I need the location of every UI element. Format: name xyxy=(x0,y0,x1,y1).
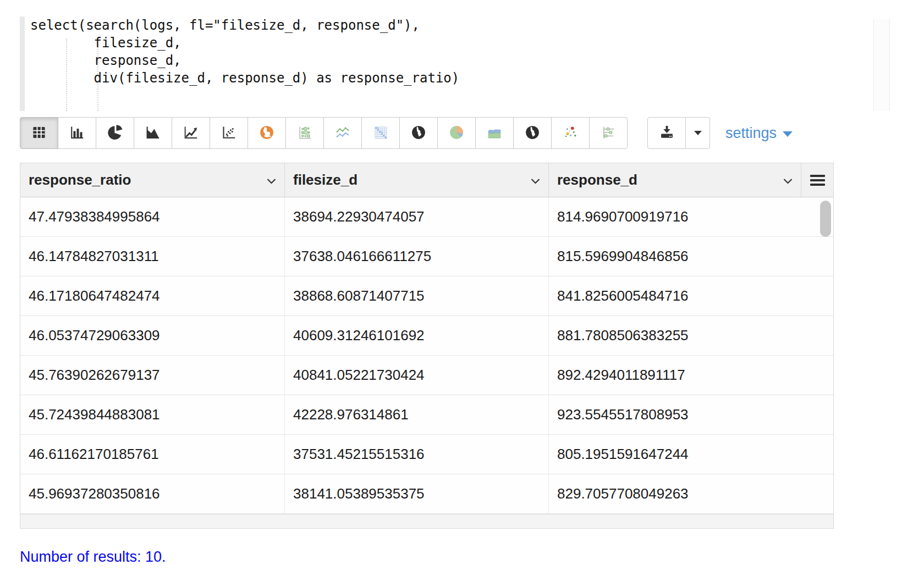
table-cell: 829.7057708049263 xyxy=(549,474,833,513)
colored-scatter-icon xyxy=(562,124,579,142)
table-cell: 46.17180647482474 xyxy=(20,276,285,315)
table-row: 45.7639026267913740841.05221730424892.42… xyxy=(20,356,833,395)
globe-icon xyxy=(410,124,427,142)
viz-bar-chart-button[interactable] xyxy=(58,117,96,149)
code-line: div(filesize_d, response_d) as response_… xyxy=(30,69,459,87)
column-header-response-d[interactable]: response_d xyxy=(549,163,801,197)
settings-label: settings xyxy=(725,125,777,142)
viz-button-group xyxy=(20,117,628,149)
results-count: Number of results: 10. xyxy=(20,549,166,566)
table-cell: 40609.31246101692 xyxy=(285,316,549,355)
globe-2-icon xyxy=(524,124,541,142)
column-header-response-ratio[interactable]: response_ratio xyxy=(20,163,285,197)
table-cell: 923.5545517808953 xyxy=(549,395,833,434)
line-chart-icon xyxy=(183,124,199,142)
scatter-chart-icon xyxy=(221,124,237,142)
chevron-down-icon[interactable] xyxy=(783,171,793,189)
table-row: 46.1718064748247438868.60871407715841.82… xyxy=(20,276,833,316)
table-cell: 805.1951591647244 xyxy=(549,435,833,474)
viz-area-chart-button[interactable] xyxy=(134,117,172,149)
code-editor[interactable]: select(search(logs, fl="filesize_d, resp… xyxy=(20,16,890,111)
viz-parallel-coordinates-button[interactable] xyxy=(589,117,628,149)
table-cell: 881.7808506383255 xyxy=(549,316,833,355)
table-cell: 46.05374729063309 xyxy=(20,316,285,355)
results-table: response_ratio filesize_d response_d 47.… xyxy=(20,163,834,529)
table-icon xyxy=(31,124,47,142)
editor-scrollbar[interactable] xyxy=(873,19,890,111)
table-cell: 45.76390262679137 xyxy=(20,356,285,395)
table-horizontal-scroll-track[interactable] xyxy=(20,514,833,528)
bubble-chart-icon xyxy=(296,124,313,142)
parallel-coordinates-icon xyxy=(600,124,617,142)
table-row: 45.9693728035081638141.05389535375829.70… xyxy=(20,474,833,514)
viz-bubble-chart-button[interactable] xyxy=(285,117,324,149)
column-header-label: response_ratio xyxy=(29,171,131,189)
table-cell: 46.61162170185761 xyxy=(20,435,285,474)
stacked-area-chart-icon xyxy=(486,124,503,142)
viz-colored-scatter-button[interactable] xyxy=(551,117,590,149)
orange-globe-map-icon xyxy=(258,124,275,142)
chevron-down-icon[interactable] xyxy=(266,171,277,189)
hamburger-menu-icon xyxy=(810,175,825,186)
viz-line-chart-button[interactable] xyxy=(172,117,210,149)
caret-down-icon xyxy=(783,131,793,137)
table-cell: 815.5969904846856 xyxy=(549,237,833,276)
table-cell: 38694.22930474057 xyxy=(285,197,549,236)
table-cell: 45.96937280350816 xyxy=(20,474,285,513)
area-chart-icon xyxy=(145,124,161,142)
table-row: 45.7243984488308142228.976314861923.5545… xyxy=(20,395,833,435)
table-cell: 38868.60871407715 xyxy=(285,276,549,315)
table-header-row: response_ratio filesize_d response_d xyxy=(20,163,833,197)
code-text[interactable]: select(search(logs, fl="filesize_d, resp… xyxy=(30,16,459,87)
code-line: response_d, xyxy=(30,52,459,69)
table-cell: 45.72439844883081 xyxy=(20,395,285,434)
download-button[interactable] xyxy=(647,117,686,149)
multi-line-chart-icon xyxy=(334,124,351,142)
table-row: 46.6116217018576137531.45215515316805.19… xyxy=(20,435,833,474)
table-scrollbar-thumb[interactable] xyxy=(820,201,831,237)
table-cell: 47.47938384995864 xyxy=(20,197,285,236)
colored-pie-chart-icon xyxy=(448,124,465,142)
table-row: 46.0537472906330940609.31246101692881.78… xyxy=(20,316,833,356)
settings-toggle[interactable]: settings xyxy=(725,117,793,149)
bar-chart-icon xyxy=(69,124,85,142)
code-line: select(search(logs, fl="filesize_d, resp… xyxy=(30,16,459,34)
table-cell: 40841.05221730424 xyxy=(285,356,549,395)
viz-heatmap-button[interactable] xyxy=(361,117,400,149)
table-cell: 42228.976314861 xyxy=(285,395,549,434)
table-row: 47.4793838499586438694.22930474057814.96… xyxy=(20,197,833,237)
code-line: filesize_d, xyxy=(30,34,459,52)
editor-gutter xyxy=(20,16,25,111)
viz-multi-line-chart-button[interactable] xyxy=(323,117,362,149)
table-cell: 892.4294011891117 xyxy=(549,356,833,395)
viz-globe-2-button[interactable] xyxy=(513,117,552,149)
viz-table-button[interactable] xyxy=(20,117,58,149)
table-cell: 37531.45215515316 xyxy=(285,435,549,474)
table-cell: 37638.046166611275 xyxy=(285,237,549,276)
pie-chart-icon xyxy=(107,124,123,142)
chevron-down-icon[interactable] xyxy=(530,171,541,189)
viz-colored-pie-button[interactable] xyxy=(437,117,476,149)
download-icon xyxy=(658,124,675,142)
download-options-button[interactable] xyxy=(685,117,710,149)
table-menu-button[interactable] xyxy=(801,163,833,197)
column-header-filesize-d[interactable]: filesize_d xyxy=(285,163,549,197)
table-cell: 38141.05389535375 xyxy=(285,474,549,513)
table-cell: 814.9690700919716 xyxy=(549,197,833,236)
caret-down-icon xyxy=(694,131,702,135)
visualization-toolbar: settings xyxy=(20,117,793,149)
heatmap-icon xyxy=(372,124,389,142)
column-header-label: response_d xyxy=(557,171,637,189)
table-row: 46.1478482703131137638.046166611275815.5… xyxy=(20,237,833,276)
table-cell: 46.14784827031311 xyxy=(20,237,285,276)
viz-stacked-area-button[interactable] xyxy=(475,117,514,149)
viz-scatter-chart-button[interactable] xyxy=(210,117,248,149)
viz-map-button[interactable] xyxy=(248,117,286,149)
table-cell: 841.8256005484716 xyxy=(549,276,833,315)
viz-pie-chart-button[interactable] xyxy=(96,117,134,149)
viz-globe-button[interactable] xyxy=(399,117,438,149)
download-button-group xyxy=(648,117,710,149)
table-body: 47.4793838499586438694.22930474057814.96… xyxy=(20,197,833,514)
column-header-label: filesize_d xyxy=(293,171,358,189)
